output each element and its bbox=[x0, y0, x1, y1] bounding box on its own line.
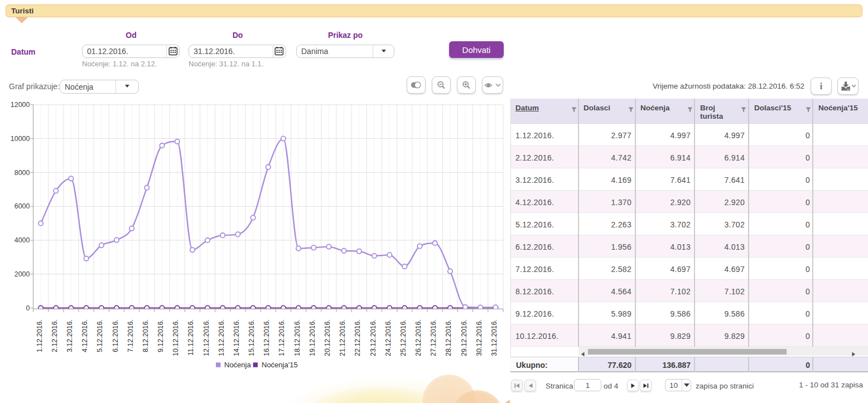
svg-text:8.12.2016.: 8.12.2016. bbox=[142, 319, 150, 352]
svg-text:26.12.2016.: 26.12.2016. bbox=[414, 319, 422, 356]
svg-text:21.12.2016.: 21.12.2016. bbox=[339, 319, 346, 356]
svg-text:12000: 12000 bbox=[11, 101, 30, 109]
svg-text:22.12.2016.: 22.12.2016. bbox=[354, 319, 361, 356]
svg-text:14.12.2016.: 14.12.2016. bbox=[233, 319, 240, 356]
svg-text:2.12.2016.: 2.12.2016. bbox=[51, 319, 59, 352]
svg-text:18.12.2016.: 18.12.2016. bbox=[293, 319, 301, 356]
svg-text:5.12.2016.: 5.12.2016. bbox=[96, 319, 104, 352]
svg-text:13.12.2016.: 13.12.2016. bbox=[218, 319, 225, 356]
svg-text:8000: 8000 bbox=[15, 169, 30, 177]
svg-text:3.12.2016.: 3.12.2016. bbox=[66, 319, 74, 352]
svg-text:28.12.2016.: 28.12.2016. bbox=[445, 319, 452, 356]
svg-text:1.12.2016.: 1.12.2016. bbox=[36, 319, 44, 352]
svg-text:10000: 10000 bbox=[11, 135, 30, 143]
svg-text:6.12.2016.: 6.12.2016. bbox=[112, 319, 119, 352]
svg-text:Noćenja: Noćenja bbox=[224, 361, 251, 369]
svg-text:0: 0 bbox=[26, 304, 30, 312]
svg-text:27.12.2016.: 27.12.2016. bbox=[430, 319, 437, 356]
svg-text:20.12.2016.: 20.12.2016. bbox=[324, 319, 331, 356]
svg-text:2000: 2000 bbox=[15, 270, 30, 278]
svg-text:11.12.2016.: 11.12.2016. bbox=[187, 319, 195, 356]
svg-text:17.12.2016.: 17.12.2016. bbox=[278, 319, 286, 356]
svg-text:Noćenja'15: Noćenja'15 bbox=[262, 361, 298, 369]
svg-text:12.12.2016.: 12.12.2016. bbox=[202, 319, 210, 356]
svg-text:31.12.2016.: 31.12.2016. bbox=[490, 319, 498, 356]
svg-text:23.12.2016.: 23.12.2016. bbox=[369, 319, 377, 356]
svg-text:4000: 4000 bbox=[15, 236, 30, 244]
svg-text:16.12.2016.: 16.12.2016. bbox=[263, 319, 271, 356]
svg-text:24.12.2016.: 24.12.2016. bbox=[384, 319, 392, 356]
svg-text:7.12.2016.: 7.12.2016. bbox=[127, 319, 134, 352]
svg-text:9.12.2016.: 9.12.2016. bbox=[157, 319, 165, 352]
svg-text:15.12.2016.: 15.12.2016. bbox=[248, 319, 255, 356]
svg-text:25.12.2016.: 25.12.2016. bbox=[399, 319, 407, 356]
svg-text:10.12.2016.: 10.12.2016. bbox=[172, 319, 180, 356]
svg-text:30.12.2016.: 30.12.2016. bbox=[475, 319, 483, 356]
svg-text:29.12.2016.: 29.12.2016. bbox=[460, 319, 468, 356]
svg-text:4.12.2016.: 4.12.2016. bbox=[81, 319, 89, 352]
svg-text:19.12.2016.: 19.12.2016. bbox=[308, 319, 316, 356]
svg-text:6000: 6000 bbox=[15, 202, 30, 210]
